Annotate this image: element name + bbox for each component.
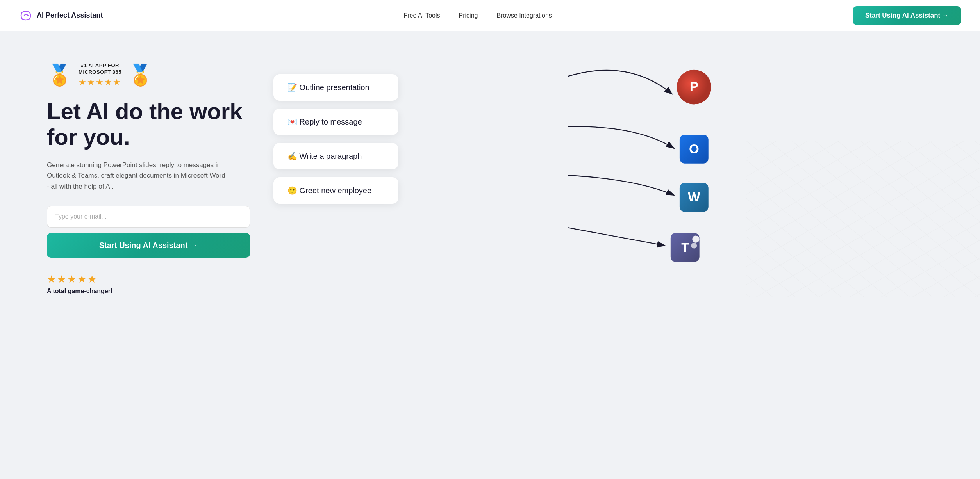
svg-point-11: [692, 235, 699, 242]
action-card-3: 🙂 Greet new employee: [273, 177, 398, 204]
award-stars: ★★★★★: [79, 77, 121, 87]
action-card-0-label: Outline presentation: [300, 83, 370, 92]
email-input[interactable]: [47, 206, 250, 228]
svg-text:P: P: [690, 79, 698, 94]
action-card-2-label: Write a paragraph: [300, 152, 362, 160]
logo-icon: [19, 9, 33, 23]
action-card-0: 📝 Outline presentation: [273, 74, 398, 101]
logo[interactable]: AI Perfect Assistant: [19, 9, 103, 23]
action-card-3-label: Greet new employee: [300, 186, 372, 195]
rating-tagline: A total game-changer!: [47, 288, 250, 295]
action-card-1-label: Reply to message: [300, 118, 362, 126]
rating-section: ★★★★★ A total game-changer!: [47, 273, 250, 295]
nav-links: Free AI Tools Pricing Browse Integration…: [403, 12, 552, 19]
svg-point-12: [691, 243, 697, 249]
svg-rect-1: [746, 141, 980, 297]
hero-section: 🏅 #1 AI APP FORMICROSOFT 365 ★★★★★ 🏅 Let…: [0, 31, 980, 479]
svg-text:T: T: [681, 241, 689, 255]
action-card-2-icon: ✍️: [287, 152, 300, 160]
nav-link-pricing[interactable]: Pricing: [459, 12, 478, 19]
logo-text: AI Perfect Assistant: [37, 11, 103, 20]
laurel-right: 🏅: [128, 65, 153, 85]
rating-stars: ★★★★★: [47, 273, 250, 285]
hero-left: 🏅 #1 AI APP FORMICROSOFT 365 ★★★★★ 🏅 Let…: [47, 55, 250, 295]
award-title: #1 AI APP FORMICROSOFT 365: [79, 62, 121, 76]
action-card-1: 💌 Reply to message: [273, 109, 398, 135]
svg-rect-9: [671, 233, 700, 262]
award-badge: 🏅 #1 AI APP FORMICROSOFT 365 ★★★★★ 🏅: [47, 62, 250, 87]
nav-link-free-ai-tools[interactable]: Free AI Tools: [403, 12, 440, 19]
svg-rect-7: [680, 183, 709, 212]
action-card-0-icon: 📝: [287, 83, 300, 92]
nav-link-browse-integrations[interactable]: Browse Integrations: [496, 12, 552, 19]
action-cards: 📝 Outline presentation 💌 Reply to messag…: [273, 74, 398, 204]
action-card-1-icon: 💌: [287, 118, 300, 126]
hero-headline: Let AI do the work for you.: [47, 98, 250, 150]
svg-text:W: W: [688, 190, 700, 204]
action-card-2: ✍️ Write a paragraph: [273, 143, 398, 169]
svg-rect-5: [680, 135, 709, 164]
laurel-left: 🏅: [47, 65, 72, 85]
hero-cta-button[interactable]: Start Using AI Assistant →: [47, 233, 250, 258]
svg-text:O: O: [689, 142, 699, 156]
navbar: AI Perfect Assistant Free AI Tools Prici…: [0, 0, 980, 31]
award-text-block: #1 AI APP FORMICROSOFT 365 ★★★★★: [79, 62, 121, 87]
hero-right: 📝 Outline presentation 💌 Reply to messag…: [273, 55, 949, 289]
nav-cta-button[interactable]: Start Using AI Assistant →: [853, 6, 961, 25]
svg-point-3: [677, 70, 712, 105]
grid-background: [746, 141, 980, 297]
hero-subtext: Generate stunning PowerPoint slides, rep…: [47, 160, 227, 192]
action-card-3-icon: 🙂: [287, 186, 300, 195]
